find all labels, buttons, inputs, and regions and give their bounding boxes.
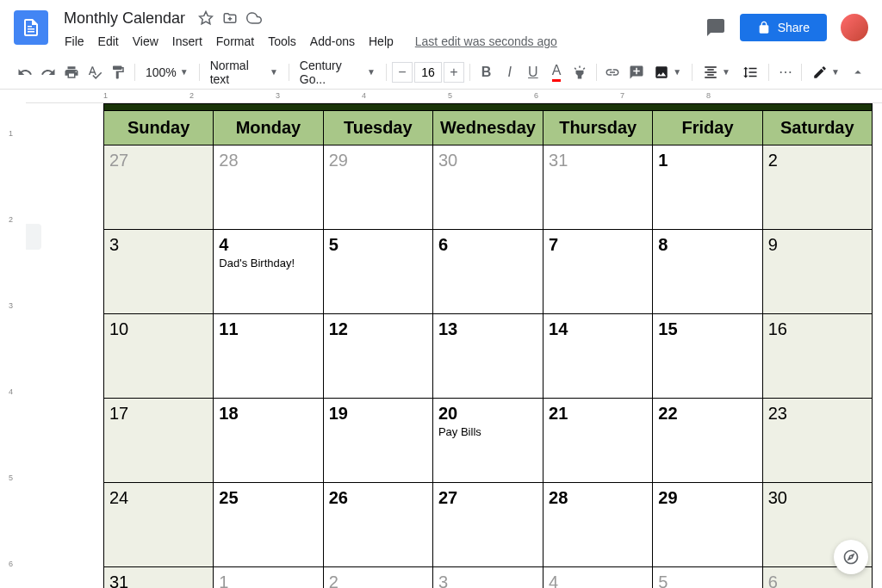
align-button[interactable]: ▼ xyxy=(698,61,736,84)
calendar-cell[interactable]: 20Pay Bills xyxy=(432,399,543,483)
underline-button[interactable]: U xyxy=(522,60,543,84)
calendar-cell[interactable]: 15 xyxy=(653,314,762,399)
spellcheck-button[interactable] xyxy=(84,60,106,84)
horizontal-ruler[interactable]: 12345678 xyxy=(26,90,882,103)
bold-button[interactable]: B xyxy=(475,60,497,84)
line-spacing-button[interactable] xyxy=(737,61,763,84)
highlight-button[interactable] xyxy=(569,60,591,84)
calendar-header-cell[interactable]: Monday xyxy=(214,111,323,145)
undo-button[interactable] xyxy=(14,60,35,84)
explore-button[interactable] xyxy=(834,540,868,574)
last-edit-link[interactable]: Last edit was seconds ago xyxy=(408,31,564,52)
cloud-icon[interactable] xyxy=(245,9,263,27)
menu-view[interactable]: View xyxy=(127,31,165,52)
style-dropdown[interactable]: Normal text▼ xyxy=(205,55,283,90)
font-size-decrease[interactable]: − xyxy=(392,62,413,83)
calendar-cell[interactable]: 14 xyxy=(543,314,653,399)
calendar-cell[interactable]: 21 xyxy=(543,399,653,483)
calendar-cell[interactable]: 18 xyxy=(214,399,323,483)
menu-tools[interactable]: Tools xyxy=(262,31,302,52)
calendar-cell[interactable]: 30 xyxy=(432,145,543,230)
calendar-cell[interactable]: 6 xyxy=(432,230,543,314)
add-comment-button[interactable] xyxy=(625,60,647,84)
share-button[interactable]: Share xyxy=(740,14,827,41)
menu-help[interactable]: Help xyxy=(363,31,400,52)
calendar-cell[interactable]: 29 xyxy=(323,145,432,230)
font-dropdown[interactable]: Century Go...▼ xyxy=(295,55,381,90)
more-button[interactable]: ⋯ xyxy=(774,60,796,84)
day-number: 20 xyxy=(438,404,537,424)
italic-button[interactable]: I xyxy=(499,60,520,84)
day-number: 4 xyxy=(549,573,647,588)
calendar-header-cell[interactable]: Thursday xyxy=(543,111,653,145)
calendar-cell[interactable]: 23 xyxy=(762,399,872,483)
day-number: 5 xyxy=(658,573,756,588)
calendar-cell[interactable]: 3 xyxy=(432,567,543,589)
day-number: 15 xyxy=(658,319,756,339)
text-color-button[interactable]: A xyxy=(545,60,567,84)
font-size-input[interactable] xyxy=(414,62,442,83)
menu-file[interactable]: File xyxy=(59,31,90,52)
vertical-ruler[interactable]: 123456 xyxy=(0,103,26,588)
calendar-cell[interactable]: 4 xyxy=(543,567,653,589)
outline-tab[interactable] xyxy=(26,224,41,250)
calendar-header-cell[interactable]: Friday xyxy=(653,111,762,145)
calendar-table[interactable]: SundayMondayTuesdayWednesdayThursdayFrid… xyxy=(103,103,873,588)
menu-insert[interactable]: Insert xyxy=(166,31,208,52)
calendar-cell[interactable]: 16 xyxy=(762,314,872,399)
star-icon[interactable] xyxy=(197,9,214,27)
menu-addons[interactable]: Add-ons xyxy=(304,31,361,52)
docs-logo[interactable] xyxy=(14,10,48,45)
link-button[interactable] xyxy=(602,60,624,84)
font-size-increase[interactable]: + xyxy=(444,62,464,83)
calendar-header-cell[interactable]: Wednesday xyxy=(432,111,543,145)
day-number: 14 xyxy=(549,319,647,339)
calendar-cell[interactable]: 31 xyxy=(104,567,214,589)
document-content[interactable]: SundayMondayTuesdayWednesdayThursdayFrid… xyxy=(26,103,882,588)
calendar-cell[interactable]: 1 xyxy=(214,567,323,589)
calendar-cell[interactable]: 13 xyxy=(432,314,543,399)
menu-edit[interactable]: Edit xyxy=(92,31,125,52)
calendar-cell[interactable]: 2 xyxy=(762,145,872,230)
calendar-cell[interactable]: 2 xyxy=(323,567,432,589)
calendar-cell[interactable]: 31 xyxy=(543,145,653,230)
calendar-cell[interactable]: 27 xyxy=(104,145,214,230)
move-icon[interactable] xyxy=(221,9,239,27)
avatar[interactable] xyxy=(841,14,868,41)
comment-icon[interactable] xyxy=(705,17,726,38)
paint-format-button[interactable] xyxy=(108,60,129,84)
editing-mode-button[interactable]: ▼ xyxy=(807,61,845,84)
menu-format[interactable]: Format xyxy=(210,31,260,52)
calendar-cell[interactable]: 29 xyxy=(653,483,762,567)
calendar-cell[interactable]: 24 xyxy=(104,483,214,567)
calendar-cell[interactable]: 28 xyxy=(214,145,323,230)
calendar-cell[interactable]: 26 xyxy=(323,483,432,567)
print-button[interactable] xyxy=(60,60,82,84)
calendar-cell[interactable]: 22 xyxy=(653,399,762,483)
calendar-cell[interactable]: 25 xyxy=(214,483,323,567)
calendar-cell[interactable]: 8 xyxy=(653,230,762,314)
calendar-cell[interactable]: 4Dad's Birthday! xyxy=(214,230,323,314)
calendar-cell[interactable]: 12 xyxy=(323,314,432,399)
calendar-cell[interactable]: 9 xyxy=(762,230,872,314)
calendar-cell[interactable]: 11 xyxy=(214,314,323,399)
redo-button[interactable] xyxy=(37,60,59,84)
calendar-cell[interactable]: 1 xyxy=(653,145,762,230)
calendar-cell[interactable]: 7 xyxy=(543,230,653,314)
calendar-cell[interactable]: 27 xyxy=(432,483,543,567)
calendar-header-cell[interactable]: Sunday xyxy=(104,111,214,145)
calendar-cell[interactable]: 5 xyxy=(323,230,432,314)
zoom-dropdown[interactable]: 100%▼ xyxy=(140,62,194,83)
calendar-cell[interactable]: 28 xyxy=(543,483,653,567)
calendar-cell[interactable]: 10 xyxy=(104,314,214,399)
separator xyxy=(768,64,769,81)
calendar-cell[interactable]: 5 xyxy=(653,567,762,589)
calendar-cell[interactable]: 17 xyxy=(104,399,214,483)
calendar-header-cell[interactable]: Saturday xyxy=(762,111,872,145)
image-button[interactable]: ▼ xyxy=(649,61,686,84)
doc-title[interactable]: Monthly Calendar xyxy=(59,8,190,29)
calendar-cell[interactable]: 3 xyxy=(104,230,214,314)
calendar-header-cell[interactable]: Tuesday xyxy=(323,111,432,145)
calendar-cell[interactable]: 19 xyxy=(323,399,432,483)
collapse-toolbar-button[interactable] xyxy=(847,60,868,84)
